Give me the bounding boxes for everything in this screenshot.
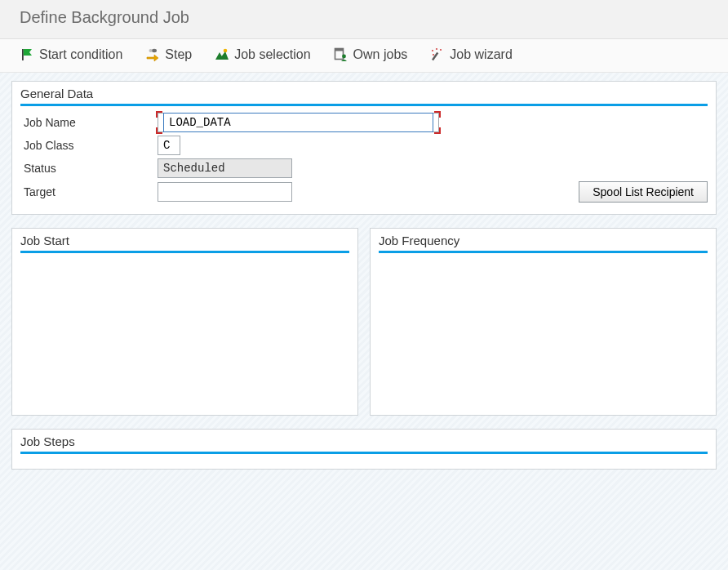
svg-point-8 <box>436 48 437 50</box>
job-name-label: Job Name <box>20 116 151 129</box>
job-class-row: Job Class <box>20 134 708 157</box>
svg-rect-5 <box>335 49 343 51</box>
spool-list-recipient-button[interactable]: Spool List Recipient <box>579 181 708 203</box>
target-input[interactable] <box>158 182 292 202</box>
job-wizard-button[interactable]: Job wizard <box>430 47 512 62</box>
svg-point-7 <box>432 50 433 51</box>
flag-icon <box>20 47 34 62</box>
panel-title: General Data <box>20 85 708 106</box>
job-name-row: Job Name <box>20 111 708 134</box>
general-data-panel: General Data Job Name Job Class Status T… <box>11 81 717 215</box>
mountain-icon <box>215 47 229 62</box>
toolbar-label: Step <box>165 47 192 62</box>
own-jobs-icon <box>334 47 348 62</box>
job-class-input[interactable] <box>158 136 180 155</box>
job-steps-panel: Job Steps <box>11 429 717 470</box>
job-frequency-panel: Job Frequency <box>370 228 717 416</box>
svg-rect-11 <box>432 52 438 60</box>
svg-point-2 <box>149 49 153 52</box>
job-name-input[interactable] <box>163 113 433 132</box>
wand-icon <box>430 47 445 62</box>
step-button[interactable]: Step <box>145 47 192 62</box>
svg-point-6 <box>342 55 346 59</box>
job-name-field-wrap <box>158 113 439 132</box>
job-selection-button[interactable]: Job selection <box>215 47 310 62</box>
target-label: Target <box>20 185 151 198</box>
svg-point-1 <box>152 49 157 52</box>
own-jobs-button[interactable]: Own jobs <box>334 47 408 62</box>
svg-rect-0 <box>22 49 24 60</box>
svg-point-9 <box>440 49 442 51</box>
toolbar-label: Job selection <box>234 47 310 62</box>
panel-title: Job Steps <box>20 433 708 454</box>
status-row: Status <box>20 157 708 180</box>
svg-point-10 <box>433 54 434 56</box>
toolbar-label: Job wizard <box>450 47 512 62</box>
panel-title: Job Start <box>20 232 349 253</box>
toolbar-label: Start condition <box>39 47 122 62</box>
toolbar: Start condition Step Job selection <box>0 39 728 73</box>
job-start-panel: Job Start <box>11 228 358 416</box>
toolbar-label: Own jobs <box>353 47 408 62</box>
panel-title: Job Frequency <box>379 232 708 253</box>
job-class-label: Job Class <box>20 139 151 152</box>
start-condition-button[interactable]: Start condition <box>20 47 122 62</box>
page-title: Define Background Job <box>0 0 728 39</box>
step-arrow-icon <box>145 47 160 62</box>
status-input <box>158 158 292 178</box>
target-row: Target Spool List Recipient <box>20 180 708 204</box>
status-label: Status <box>20 162 151 175</box>
